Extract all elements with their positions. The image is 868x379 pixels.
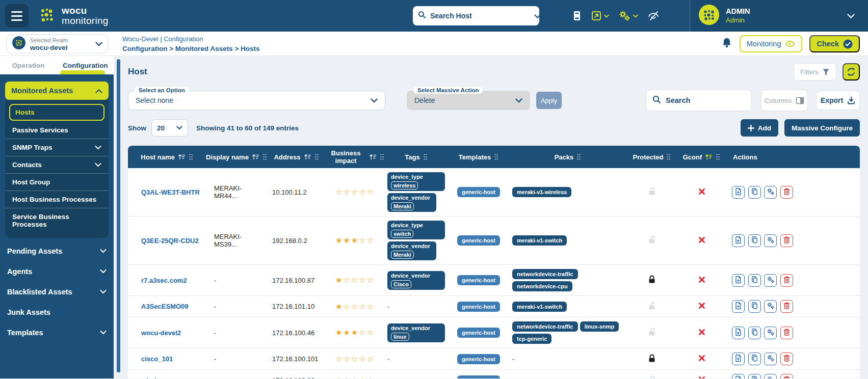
sidebar-item-service-business-processes[interactable]: Service Business Processes	[5, 208, 109, 233]
console-icon[interactable]	[572, 10, 582, 22]
drag-handle-icon[interactable]	[716, 153, 720, 160]
column-header-display-name[interactable]: Display name	[206, 146, 267, 168]
column-header-host-name[interactable]: Host name	[128, 146, 206, 168]
clone-host-button[interactable]	[748, 234, 761, 247]
export-button[interactable]: Export	[816, 91, 860, 110]
host-link[interactable]: cisco_101	[141, 355, 173, 363]
sort-icon[interactable]	[705, 154, 713, 160]
host-link[interactable]: r7.a3sec.com2	[141, 277, 187, 284]
column-header-packs[interactable]: Packs	[509, 146, 626, 168]
filters-button[interactable]: Filters	[794, 63, 836, 80]
configure-host-button[interactable]	[764, 327, 777, 339]
sidebar-item-templates[interactable]: Templates	[0, 322, 114, 343]
massive-configure-button[interactable]: Massive Configure	[784, 119, 860, 137]
drag-handle-icon[interactable]	[423, 153, 428, 160]
clone-host-button[interactable]	[748, 327, 761, 339]
sidebar-item-snmp-traps[interactable]: SNMP Traps	[5, 139, 109, 156]
select-option-dropdown[interactable]: Select an Option Select none	[128, 91, 385, 110]
drag-handle-icon[interactable]	[262, 153, 267, 160]
column-header-gconf[interactable]: Gconf	[677, 146, 726, 168]
sidebar-item-agents[interactable]: Agents	[0, 261, 114, 282]
gears-icon[interactable]	[618, 10, 638, 22]
external-link-icon[interactable]	[591, 10, 609, 21]
upload-host-button[interactable]	[732, 300, 745, 313]
column-header-business-impact[interactable]: Business impact	[326, 146, 384, 168]
realm-selector[interactable]: Selected Realm wocu-devel	[6, 34, 108, 53]
table-search-input[interactable]	[666, 96, 766, 104]
configure-host-button[interactable]	[764, 274, 777, 287]
column-header-protected[interactable]: Protected	[626, 146, 677, 168]
columns-button[interactable]: Columns	[761, 90, 808, 111]
delete-host-button[interactable]	[780, 353, 793, 365]
drag-handle-icon[interactable]	[494, 153, 498, 160]
clone-host-button[interactable]	[748, 186, 761, 199]
configure-host-button[interactable]	[764, 186, 777, 199]
sort-icon[interactable]	[252, 154, 259, 160]
clone-host-button[interactable]	[748, 274, 761, 287]
sidebar-item-host-business-processes[interactable]: Host Business Processes	[5, 191, 109, 208]
delete-host-button[interactable]	[780, 300, 793, 313]
sidebar-item-pending-assets[interactable]: Pending Assets	[0, 241, 114, 261]
clone-host-button[interactable]	[748, 300, 761, 313]
upload-host-button[interactable]	[732, 353, 745, 365]
host-link[interactable]: wocu-devel2	[141, 329, 181, 337]
user-menu[interactable]: ADMIN Admin	[690, 0, 868, 32]
host-link[interactable]: Q3EE-25QR-CDU2	[141, 237, 199, 245]
configure-host-button[interactable]	[764, 353, 777, 365]
host-link[interactable]: A3SecESMO09	[141, 303, 189, 310]
breadcrumb-context[interactable]: Wocu-Devel | Configuration	[122, 34, 260, 44]
host-search-input[interactable]	[430, 12, 530, 20]
eye-slash-icon[interactable]	[647, 10, 660, 22]
upload-host-button[interactable]	[732, 327, 745, 339]
page-size-select[interactable]: 20	[151, 119, 188, 137]
drag-handle-icon[interactable]	[666, 153, 671, 160]
sidebar-item-monitored-assets[interactable]: Monitored Assets	[5, 82, 109, 100]
sidebar-item-host-group[interactable]: Host Group	[5, 173, 109, 191]
upload-host-button[interactable]	[732, 234, 745, 247]
upload-host-button[interactable]	[732, 274, 745, 287]
configure-host-button[interactable]	[764, 374, 777, 378]
massive-action-dropdown[interactable]: Select Massive Action Delete	[407, 91, 530, 110]
delete-host-button[interactable]	[780, 274, 793, 287]
drag-handle-icon[interactable]	[189, 153, 193, 160]
column-header-address[interactable]: Address	[267, 146, 326, 168]
sidebar-item-contacts[interactable]: Contacts	[5, 156, 109, 173]
breadcrumb-path[interactable]: Configuration > Monitored Assets > Hosts	[122, 44, 260, 53]
sidebar-item-hosts[interactable]: Hosts	[9, 104, 104, 121]
sidebar-item-blacklisted-assets[interactable]: Blacklisted Assets	[0, 282, 114, 302]
drag-handle-icon[interactable]	[576, 153, 581, 160]
upload-host-button[interactable]	[732, 186, 745, 199]
drag-handle-icon[interactable]	[380, 153, 384, 160]
check-button[interactable]: Check	[809, 35, 860, 52]
delete-host-button[interactable]	[780, 234, 793, 247]
hamburger-menu-button[interactable]	[5, 4, 29, 28]
upload-host-button[interactable]	[732, 374, 745, 378]
delete-host-button[interactable]	[780, 186, 793, 199]
lock-open-icon	[647, 327, 656, 337]
column-header-tags[interactable]: Tags	[384, 146, 448, 168]
scrollbar[interactable]	[117, 59, 120, 372]
sidebar-item-junk-assets[interactable]: Junk Assets	[0, 302, 114, 322]
monitoring-button[interactable]: Monitoring	[740, 35, 803, 52]
bell-icon[interactable]	[721, 37, 732, 51]
host-link[interactable]: Q3AL-WE3T-BHTR	[141, 188, 200, 196]
sidebar-item-passive-services[interactable]: Passive Services	[5, 122, 109, 139]
clone-host-button[interactable]	[748, 374, 761, 378]
chevron-down-icon[interactable]	[534, 11, 541, 20]
clone-host-button[interactable]	[748, 353, 761, 365]
drag-handle-icon[interactable]	[314, 153, 319, 160]
configure-host-button[interactable]	[764, 300, 777, 313]
refresh-button[interactable]	[843, 63, 860, 80]
column-header-actions[interactable]: Actions	[726, 146, 860, 168]
column-header-templates[interactable]: Templates	[448, 146, 509, 168]
sort-icon[interactable]	[178, 154, 186, 160]
tab-operation[interactable]: Operation	[0, 56, 57, 74]
delete-host-button[interactable]	[780, 327, 793, 339]
sort-icon[interactable]	[369, 154, 377, 160]
host-link[interactable]: windowsserver	[141, 376, 189, 378]
add-button[interactable]: Add	[741, 119, 778, 137]
configure-host-button[interactable]	[764, 234, 777, 247]
delete-host-button[interactable]	[780, 374, 793, 378]
sort-icon[interactable]	[304, 154, 311, 160]
apply-button[interactable]: Apply	[536, 92, 562, 109]
